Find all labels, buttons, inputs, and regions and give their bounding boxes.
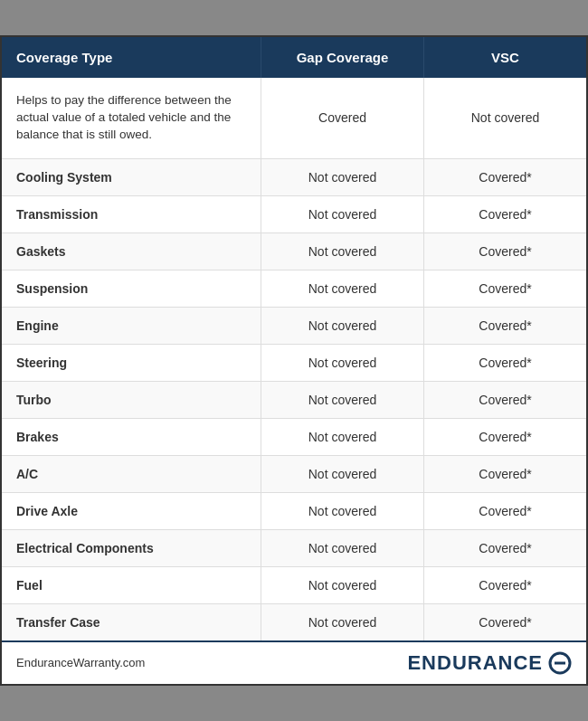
header-coverage-type: Coverage Type xyxy=(2,37,261,78)
table-row: Cooling SystemNot coveredCovered* xyxy=(2,159,586,196)
coverage-type-cell: Suspension xyxy=(2,270,261,307)
table-row: TurboNot coveredCovered* xyxy=(2,382,586,419)
vsc-cell: Covered* xyxy=(423,530,586,566)
coverage-type-cell: Brakes xyxy=(2,419,261,455)
vsc-cell: Covered* xyxy=(423,233,586,270)
coverage-type-cell: Drive Axle xyxy=(2,493,261,529)
gap-coverage-cell: Covered xyxy=(261,78,423,158)
vsc-cell: Covered* xyxy=(423,604,586,640)
gap-coverage-cell: Not covered xyxy=(261,308,423,344)
gap-coverage-cell: Not covered xyxy=(261,196,423,232)
table-row: GasketsNot coveredCovered* xyxy=(2,233,586,270)
vsc-cell: Not covered xyxy=(423,78,586,158)
gap-coverage-cell: Not covered xyxy=(261,456,423,492)
vsc-cell: Covered* xyxy=(423,345,586,381)
table-row: BrakesNot coveredCovered* xyxy=(2,419,586,456)
gap-coverage-cell: Not covered xyxy=(261,270,423,307)
coverage-type-cell: Gaskets xyxy=(2,233,261,270)
vsc-cell: Covered* xyxy=(423,196,586,232)
vsc-cell: Covered* xyxy=(423,382,586,418)
coverage-type-cell: Helps to pay the difference between the … xyxy=(2,78,261,158)
footer-brand-name: ENDURANCE xyxy=(407,651,543,675)
coverage-type-cell: Steering xyxy=(2,345,261,381)
gap-coverage-cell: Not covered xyxy=(261,233,423,270)
vsc-cell: Covered* xyxy=(423,456,586,492)
vsc-cell: Covered* xyxy=(423,419,586,455)
svg-rect-1 xyxy=(555,661,565,664)
header-vsc: VSC xyxy=(423,37,586,78)
header-gap-coverage: Gap Coverage xyxy=(261,37,423,78)
table-footer: EnduranceWarranty.com ENDURANCE xyxy=(2,640,586,684)
coverage-type-cell: Cooling System xyxy=(2,159,261,195)
vsc-cell: Covered* xyxy=(423,159,586,195)
table-row: TransmissionNot coveredCovered* xyxy=(2,196,586,233)
coverage-comparison-table: Coverage Type Gap Coverage VSC Helps to … xyxy=(0,35,588,686)
endurance-logo-icon xyxy=(548,651,572,675)
coverage-type-cell: Turbo xyxy=(2,382,261,418)
table-row: Electrical ComponentsNot coveredCovered* xyxy=(2,530,586,567)
table-body: Helps to pay the difference between the … xyxy=(2,78,586,640)
table-header: Coverage Type Gap Coverage VSC xyxy=(2,37,586,78)
gap-coverage-cell: Not covered xyxy=(261,159,423,195)
vsc-cell: Covered* xyxy=(423,308,586,344)
gap-coverage-cell: Not covered xyxy=(261,345,423,381)
table-row: Helps to pay the difference between the … xyxy=(2,78,586,159)
table-row: Drive AxleNot coveredCovered* xyxy=(2,493,586,530)
coverage-type-cell: Electrical Components xyxy=(2,530,261,566)
gap-coverage-cell: Not covered xyxy=(261,567,423,603)
vsc-cell: Covered* xyxy=(423,493,586,529)
gap-coverage-cell: Not covered xyxy=(261,604,423,640)
gap-coverage-cell: Not covered xyxy=(261,382,423,418)
table-row: FuelNot coveredCovered* xyxy=(2,567,586,604)
table-row: SuspensionNot coveredCovered* xyxy=(2,270,586,308)
coverage-type-cell: Engine xyxy=(2,308,261,344)
gap-coverage-cell: Not covered xyxy=(261,493,423,529)
gap-coverage-cell: Not covered xyxy=(261,419,423,455)
footer-website: EnduranceWarranty.com xyxy=(16,656,145,669)
table-row: Transfer CaseNot coveredCovered* xyxy=(2,604,586,640)
vsc-cell: Covered* xyxy=(423,567,586,603)
table-row: A/CNot coveredCovered* xyxy=(2,456,586,493)
coverage-type-cell: Fuel xyxy=(2,567,261,603)
table-row: SteeringNot coveredCovered* xyxy=(2,345,586,382)
table-row: EngineNot coveredCovered* xyxy=(2,308,586,345)
coverage-type-cell: Transmission xyxy=(2,196,261,232)
coverage-type-cell: A/C xyxy=(2,456,261,492)
footer-logo: ENDURANCE xyxy=(407,651,572,675)
vsc-cell: Covered* xyxy=(423,270,586,307)
coverage-type-cell: Transfer Case xyxy=(2,604,261,640)
gap-coverage-cell: Not covered xyxy=(261,530,423,566)
